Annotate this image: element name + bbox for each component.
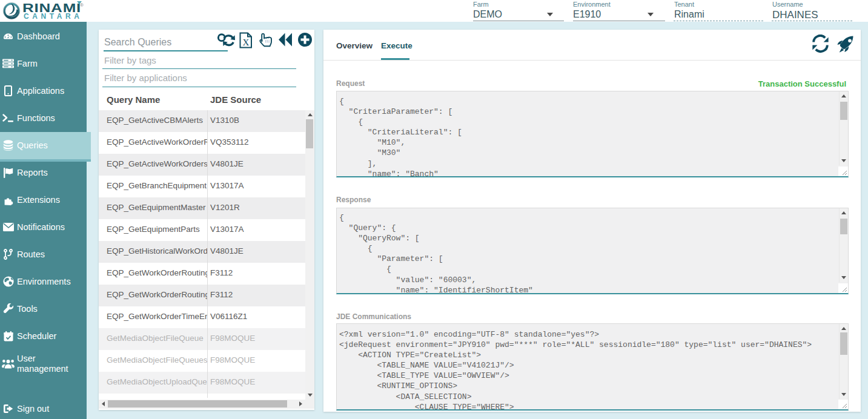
svg-text:X: X — [243, 38, 250, 47]
